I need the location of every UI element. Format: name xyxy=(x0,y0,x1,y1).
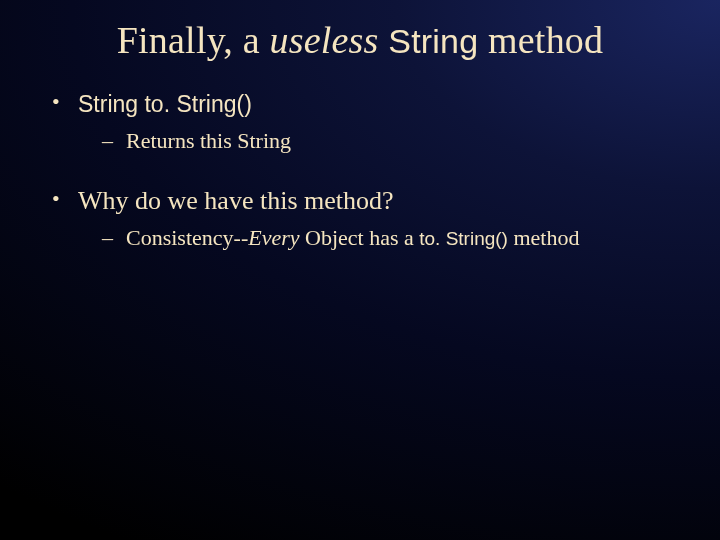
title-part1: Finally, a xyxy=(117,19,270,61)
sub-2-mid: Object has a xyxy=(300,225,420,250)
bullet-item-2: Why do we have this method? Consistency-… xyxy=(46,185,680,252)
bullet-1-text: String to. String() xyxy=(78,91,252,117)
sub-2-code: to. String() xyxy=(419,228,508,249)
sub-item-1: Returns this String xyxy=(100,127,680,156)
sub-2-suffix: method xyxy=(508,225,580,250)
title-part4-sans: String xyxy=(388,22,478,60)
bullet-list: String to. String() Returns this String … xyxy=(40,88,680,252)
sub-2-prefix: Consistency-- xyxy=(126,225,248,250)
title-part2-italic: useless xyxy=(270,19,379,61)
slide-title: Finally, a useless String method xyxy=(40,18,680,62)
bullet-item-1: String to. String() Returns this String xyxy=(46,88,680,155)
bullet-2-text: Why do we have this method? xyxy=(78,186,394,215)
title-space xyxy=(379,19,389,61)
slide: Finally, a useless String method String … xyxy=(0,0,720,540)
sub-item-2: Consistency--Every Object has a to. Stri… xyxy=(100,224,680,253)
sub-1-text: Returns this String xyxy=(126,128,291,153)
sub-list-1: Returns this String xyxy=(78,127,680,156)
title-part5: method xyxy=(478,19,603,61)
sub-list-2: Consistency--Every Object has a to. Stri… xyxy=(78,224,680,253)
sub-2-italic: Every xyxy=(248,225,299,250)
